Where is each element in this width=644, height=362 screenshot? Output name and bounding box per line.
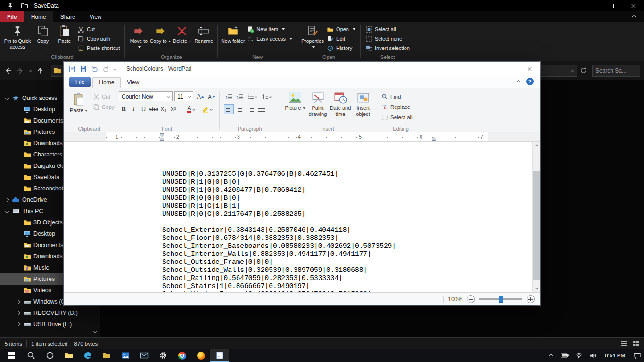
paste-button[interactable]: Paste — [54, 24, 75, 53]
clock[interactable]: 8:54 PM — [600, 353, 630, 358]
copy-button[interactable]: Copy — [32, 24, 54, 53]
justify-button[interactable] — [256, 104, 266, 114]
cortana-button[interactable] — [41, 349, 59, 362]
font-style-button[interactable]: I — [129, 104, 139, 114]
taskbar-settings[interactable] — [154, 349, 173, 362]
rename-button[interactable]: Rename — [193, 24, 215, 53]
invert-selection-button[interactable]: Invert selection — [363, 43, 412, 53]
address-dropdown-icon[interactable] — [571, 69, 574, 72]
minimize-ribbon-icon[interactable] — [632, 14, 636, 20]
new-folder-button[interactable]: New folder — [221, 24, 245, 53]
paste-shortcut-button[interactable]: Paste shortcut — [75, 43, 122, 53]
folder-icon[interactable] — [21, 2, 28, 9]
sidebar-item[interactable]: USB Drive (F:) — [0, 319, 100, 330]
font-style-button[interactable]: U — [139, 104, 149, 114]
tab-share[interactable]: Share — [53, 11, 83, 22]
paint-drawing-button[interactable]: Paint drawing — [307, 90, 329, 126]
pin-to-quick-access-button[interactable]: Pin to Quick access — [3, 24, 32, 53]
sidebar-chevron-icon[interactable] — [16, 323, 21, 326]
maximize-button[interactable] — [601, 0, 622, 11]
select-all-button[interactable]: Select all — [363, 25, 412, 34]
details-view-icon[interactable] — [620, 340, 627, 346]
align-right-button[interactable] — [246, 104, 256, 114]
highlight-color-button[interactable] — [200, 104, 214, 114]
left-indent-marker[interactable] — [160, 138, 164, 141]
picture-button[interactable]: Picture — [284, 90, 306, 126]
wordpad-select-all-button[interactable]: Select all — [380, 113, 414, 122]
redo-icon[interactable] — [102, 65, 110, 73]
document-area[interactable]: UNUSED|R|0.3137255|G|0.3764706|B|0.46274… — [64, 142, 540, 292]
grow-font-button[interactable]: A — [196, 91, 206, 101]
wordpad-paste-button[interactable]: Paste — [68, 90, 89, 125]
taskbar-firefox[interactable] — [191, 349, 210, 362]
line-spacing-button[interactable] — [260, 91, 272, 101]
sidebar-scroll-down-icon[interactable] — [94, 326, 96, 335]
date-and-time-button[interactable]: Date and time — [330, 90, 351, 126]
taskbar-search-button[interactable] — [22, 349, 41, 362]
start-button[interactable] — [0, 349, 22, 362]
font-size-select[interactable]: 11 — [174, 91, 193, 101]
sidebar-chevron-icon[interactable] — [5, 210, 9, 213]
copy-to-button[interactable]: Copy to — [149, 24, 171, 53]
shrink-font-button[interactable]: A — [206, 91, 216, 101]
wordpad-copy-button[interactable]: Copy — [91, 102, 116, 112]
align-center-button[interactable] — [235, 104, 245, 114]
sidebar-item[interactable]: RECOVERY (D:) — [0, 307, 100, 319]
scroll-up-icon[interactable] — [533, 142, 540, 150]
decrease-indent-button[interactable] — [224, 91, 234, 101]
network-icon[interactable] — [572, 349, 586, 362]
minimize-button[interactable] — [579, 0, 601, 11]
sidebar-chevron-icon[interactable] — [16, 300, 21, 303]
move-to-button[interactable]: Move to — [128, 24, 149, 53]
properties-button[interactable]: Properties — [300, 24, 325, 53]
tab-home[interactable]: Home — [24, 11, 53, 22]
search-input[interactable] — [592, 65, 640, 77]
collapse-ribbon-icon[interactable] — [517, 80, 520, 83]
taskbar-photos[interactable] — [116, 349, 135, 362]
document-text[interactable]: UNUSED|R|0.3137255|G|0.3764706|B|0.46274… — [162, 146, 396, 292]
wordpad-close-button[interactable] — [519, 62, 540, 76]
copy-path-button[interactable]: Copy path — [75, 34, 122, 43]
delete-button[interactable]: Delete — [171, 24, 193, 53]
replace-button[interactable]: Replace — [380, 102, 412, 112]
tray-chevron-up-icon[interactable] — [544, 349, 558, 362]
font-style-button[interactable]: X₂ — [158, 104, 168, 114]
font-color-button[interactable]: A — [184, 104, 198, 114]
font-name-select[interactable]: Courier New — [119, 91, 173, 101]
pin-icon[interactable] — [7, 2, 14, 9]
customize-qat-icon[interactable] — [113, 67, 116, 70]
back-icon[interactable] — [2, 65, 14, 77]
forward-icon[interactable] — [14, 65, 26, 77]
sidebar-chevron-icon[interactable] — [16, 312, 21, 314]
close-button[interactable] — [622, 0, 644, 11]
battery-icon[interactable] — [558, 349, 572, 362]
cut-button[interactable]: Cut — [75, 25, 122, 34]
taskbar-chrome[interactable] — [173, 349, 191, 362]
easy-access-button[interactable]: Easy access — [245, 34, 294, 43]
tab-file[interactable]: File — [0, 11, 24, 22]
wordpad-cut-button[interactable]: Cut — [91, 92, 112, 101]
history-button[interactable]: History — [325, 43, 357, 53]
vertical-scrollbar[interactable] — [532, 142, 540, 292]
zoom-slider-thumb[interactable] — [499, 296, 503, 303]
volume-icon[interactable] — [586, 349, 600, 362]
wordpad-minimize-button[interactable] — [475, 62, 497, 76]
find-button[interactable]: Find — [380, 92, 403, 101]
open-button[interactable]: Open — [325, 25, 357, 34]
ruler[interactable]: 1234567 — [64, 132, 540, 142]
refresh-icon[interactable] — [577, 65, 589, 77]
font-style-button[interactable]: abe — [149, 104, 158, 114]
action-center-icon[interactable] — [630, 349, 644, 362]
edit-button[interactable]: Edit — [325, 34, 357, 43]
help-icon[interactable]: ? — [526, 78, 534, 85]
new-item-button[interactable]: New item — [245, 25, 294, 34]
wordpad-tab-view[interactable]: View — [121, 78, 145, 88]
taskbar-file-explorer[interactable] — [59, 349, 78, 362]
insert-object-button[interactable]: Insert object — [352, 90, 374, 126]
scroll-down-icon[interactable] — [533, 284, 540, 292]
sidebar-chevron-icon[interactable] — [5, 97, 9, 99]
save-icon[interactable] — [80, 65, 87, 73]
up-icon[interactable] — [34, 65, 46, 77]
select-none-button[interactable]: Select none — [363, 34, 412, 43]
zoom-slider[interactable] — [479, 298, 522, 300]
